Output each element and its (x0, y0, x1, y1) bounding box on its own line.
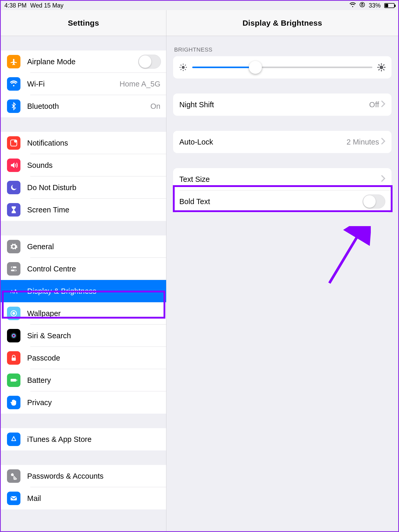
chevron-right-icon (381, 100, 385, 109)
sidebar-item-dnd[interactable]: Do Not Disturb (1, 176, 166, 199)
brightness-track[interactable] (192, 67, 372, 68)
sidebar-item-display[interactable]: AA Display & Brightness (1, 280, 166, 302)
bold-text-toggle[interactable] (363, 195, 385, 209)
svg-rect-17 (17, 379, 17, 381)
settings-group: iTunes & App Store (1, 428, 166, 450)
sidebar-item-label: Sounds (27, 161, 166, 170)
svg-point-21 (182, 66, 184, 69)
gear-icon (7, 240, 20, 253)
orientation-lock-icon (359, 2, 365, 9)
svg-point-19 (11, 473, 14, 476)
sidebar-item-itunes[interactable]: iTunes & App Store (1, 428, 166, 450)
brightness-slider[interactable] (173, 56, 391, 78)
moon-icon (7, 181, 20, 194)
sidebar-item-label: Screen Time (27, 206, 166, 214)
svg-point-11 (13, 312, 15, 314)
sidebar-item-airplane[interactable]: Airplane Mode (1, 51, 166, 73)
sidebar-item-label: Wi-Fi (27, 80, 120, 88)
sidebar-item-battery[interactable]: Battery (1, 369, 166, 391)
brightness-thumb[interactable] (249, 61, 262, 74)
sidebar-item-label: Battery (27, 376, 166, 385)
sidebar-item-label: Passcode (27, 354, 166, 362)
sidebar-item-label: General (27, 242, 166, 251)
sidebar-item-label: Mail (27, 494, 166, 503)
detail-pane: Display & Brightness BRIGHTNESS Night Sh… (166, 10, 398, 531)
airplane-toggle[interactable] (138, 55, 161, 69)
row-value: Off (369, 100, 379, 109)
svg-line-36 (383, 69, 384, 70)
siri-icon (7, 329, 20, 342)
svg-point-30 (380, 66, 383, 69)
sidebar-item-wifi[interactable]: Wi-Fi Home A_5G (1, 73, 166, 95)
appstore-icon (7, 433, 20, 446)
sidebar-item-privacy[interactable]: Privacy (1, 391, 166, 414)
sidebar-item-bluetooth[interactable]: Bluetooth On (1, 95, 166, 117)
lock-icon (7, 351, 20, 365)
sidebar-item-wallpaper[interactable]: Wallpaper (1, 302, 166, 325)
svg-line-35 (379, 64, 380, 66)
settings-group: Notifications Sounds Do Not Disturb (1, 132, 166, 221)
svg-point-3 (14, 140, 17, 142)
svg-point-0 (360, 2, 365, 7)
sounds-icon (7, 159, 20, 172)
sidebar-item-notifications[interactable]: Notifications (1, 132, 166, 154)
svg-rect-20 (11, 496, 17, 500)
switches-icon (7, 262, 20, 276)
bluetooth-value: On (150, 102, 160, 111)
text-size-icon: AA (7, 284, 20, 298)
wifi-value: Home A_5G (120, 80, 160, 88)
svg-rect-15 (12, 358, 16, 361)
text-size-row[interactable]: Text Size (173, 168, 391, 190)
text-group: Text Size Bold Text (173, 168, 391, 213)
status-date: Wed 15 May (30, 2, 64, 9)
settings-group: General Control Centre AA Display & Brig… (1, 235, 166, 414)
keys-icon (7, 469, 20, 483)
night-shift-row[interactable]: Night Shift Off (173, 94, 391, 116)
settings-sidebar: Settings Airplane Mode Wi-Fi Home A_5G (1, 10, 166, 531)
wifi-icon (350, 2, 356, 9)
sidebar-item-sounds[interactable]: Sounds (1, 154, 166, 176)
status-time: 4:38 PM (4, 2, 27, 9)
sidebar-item-siri[interactable]: Siri & Search (1, 325, 166, 347)
bluetooth-icon (7, 99, 20, 113)
chevron-right-icon (381, 138, 385, 147)
battery-icon (384, 3, 395, 8)
airplane-icon (7, 55, 20, 68)
brightness-high-icon (377, 63, 386, 72)
wifi-icon (7, 77, 20, 91)
sidebar-item-label: Wallpaper (27, 309, 166, 318)
sidebar-item-label: iTunes & App Store (27, 435, 166, 444)
mail-icon (7, 492, 20, 505)
auto-lock-group: Auto-Lock 2 Minutes (173, 131, 391, 153)
sidebar-item-label: Notifications (27, 139, 166, 147)
sidebar-item-mail[interactable]: Mail (1, 487, 166, 509)
sidebar-item-passcode[interactable]: Passcode (1, 347, 166, 369)
sidebar-item-controlcentre[interactable]: Control Centre (1, 258, 166, 280)
settings-group: Airplane Mode Wi-Fi Home A_5G Bluetooth … (1, 51, 166, 117)
sidebar-item-label: Do Not Disturb (27, 183, 166, 192)
sidebar-item-label: Privacy (27, 398, 166, 407)
svg-point-7 (14, 270, 16, 271)
row-label: Auto-Lock (179, 138, 346, 146)
svg-line-26 (181, 65, 181, 66)
auto-lock-row[interactable]: Auto-Lock 2 Minutes (173, 131, 391, 153)
detail-title: Display & Brightness (166, 10, 398, 36)
battery-icon (7, 373, 20, 387)
svg-line-27 (185, 69, 186, 70)
row-value: 2 Minutes (346, 138, 379, 146)
svg-rect-16 (11, 379, 16, 382)
sidebar-item-passwords[interactable]: Passwords & Accounts (1, 465, 166, 487)
wallpaper-icon (7, 307, 20, 320)
settings-group: Passwords & Accounts Mail (1, 465, 166, 509)
notifications-icon (7, 136, 20, 150)
sidebar-item-label: Passwords & Accounts (27, 472, 166, 480)
bold-text-row[interactable]: Bold Text (173, 190, 391, 213)
sidebar-item-label: Airplane Mode (27, 57, 138, 66)
sidebar-item-label: Siri & Search (27, 332, 166, 340)
chevron-right-icon (381, 175, 385, 184)
row-label: Night Shift (179, 100, 369, 109)
brightness-header: BRIGHTNESS (166, 36, 398, 56)
sidebar-item-general[interactable]: General (1, 235, 166, 258)
sidebar-item-screentime[interactable]: Screen Time (1, 199, 166, 221)
svg-line-37 (379, 69, 380, 70)
